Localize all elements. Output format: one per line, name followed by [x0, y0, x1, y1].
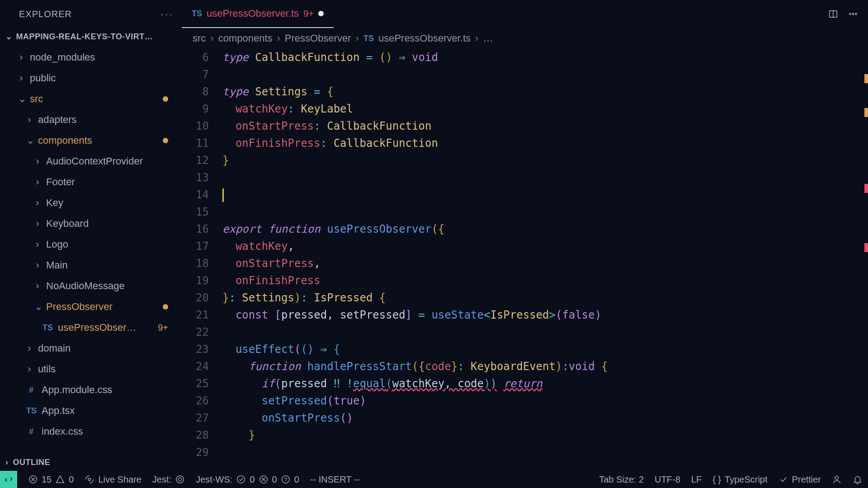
chevron-right-icon: › — [26, 343, 33, 354]
line-number: 15 — [182, 203, 209, 221]
tree-item-label: usePressObser… — [58, 322, 137, 333]
svg-point-2 — [849, 13, 851, 14]
svg-text:?: ? — [284, 477, 287, 483]
unsaved-dot-icon — [318, 11, 324, 16]
typescript-icon: TS — [42, 323, 52, 333]
tree-item[interactable]: ›domain — [0, 338, 182, 359]
tree-item[interactable]: TSusePressObser…9+ — [0, 317, 182, 338]
breadcrumb[interactable]: src › components › PressObserver › TS us… — [182, 28, 868, 49]
css-icon: # — [26, 427, 36, 436]
tree-item[interactable]: ›public — [0, 68, 182, 89]
encoding[interactable]: UTF-8 — [655, 474, 680, 485]
typescript-icon: TS — [192, 9, 202, 19]
tab-bar: TS usePressObserver.ts 9+ — [182, 0, 868, 28]
jest-status[interactable]: Jest: — [152, 474, 185, 485]
tree-item[interactable]: ›AudioContextProvider — [0, 151, 182, 172]
tree-item-label: App.tsx — [42, 405, 75, 417]
breadcrumb-part[interactable]: usePressObserver.ts — [378, 33, 471, 44]
tree-item[interactable]: ›adapters — [0, 109, 182, 130]
tree-item-label: src — [30, 93, 43, 105]
code-area[interactable]: 6789101112131415161718192021222324252627… — [182, 49, 868, 471]
chevron-down-icon: ⌄ — [34, 301, 41, 313]
jestws-status[interactable]: Jest-WS: 0 0 ? 0 — [196, 474, 299, 485]
tree-item[interactable]: ›Main — [0, 255, 182, 276]
feedback-icon[interactable] — [832, 474, 842, 484]
line-number: 21 — [182, 306, 209, 324]
code-content[interactable]: type CallbackFunction = () ⇒ void type S… — [222, 49, 868, 471]
problem-badge: 9+ — [158, 323, 168, 333]
tree-item-label: node_modules — [30, 52, 95, 63]
tree-item[interactable]: #App.module.css — [0, 380, 182, 400]
bell-icon[interactable] — [853, 474, 863, 484]
tree-item[interactable]: ›node_modules — [0, 47, 182, 68]
tree-item[interactable]: ⌄PressObserver — [0, 296, 182, 317]
line-number: 16 — [182, 221, 209, 238]
status-bar: 15 0 Live Share Jest: Jest-WS: 0 0 ? 0 -… — [0, 471, 868, 488]
tree-item[interactable]: ›Key — [0, 192, 182, 213]
line-number: 23 — [182, 341, 209, 358]
tree-item-label: AudioContextProvider — [46, 155, 143, 167]
line-number: 7 — [182, 66, 209, 83]
tree-item[interactable]: ›Logo — [0, 234, 182, 255]
language-mode[interactable]: { } TypeScript — [712, 474, 767, 485]
typescript-icon: TS — [26, 406, 36, 416]
line-number: 19 — [182, 272, 209, 289]
tree-item[interactable]: ›Keyboard — [0, 213, 182, 234]
editor-more-icon[interactable] — [848, 9, 858, 19]
tab-size[interactable]: Tab Size: 2 — [599, 474, 644, 485]
tree-item-label: domain — [38, 343, 71, 354]
chevron-right-icon: › — [34, 280, 41, 292]
line-number: 25 — [182, 375, 209, 392]
breadcrumb-part[interactable]: components — [218, 33, 273, 44]
tree-item[interactable]: ›NoAudioMessage — [0, 276, 182, 296]
tab-usepressobserver[interactable]: TS usePressObserver.ts 9+ — [182, 0, 334, 28]
project-header[interactable]: ⌄ MAPPING-REAL-KEYS-TO-VIRT… — [0, 28, 182, 47]
outline-label: OUTLINE — [13, 458, 51, 467]
breadcrumb-part[interactable]: PressObserver — [285, 33, 351, 44]
chevron-down-icon: ⌄ — [18, 93, 24, 105]
split-editor-icon[interactable] — [828, 9, 838, 19]
chevron-right-icon: › — [34, 239, 41, 250]
breadcrumb-part[interactable]: src — [193, 33, 206, 44]
eol[interactable]: LF — [691, 474, 702, 485]
tree-item-label: adapters — [38, 114, 77, 126]
line-number: 18 — [182, 255, 209, 272]
explorer-more-icon[interactable]: ··· — [160, 8, 174, 20]
tree-item[interactable]: TSApp.tsx — [0, 400, 182, 421]
chevron-right-icon: › — [277, 33, 280, 44]
tree-item[interactable]: ⌄src — [0, 89, 182, 109]
chevron-right-icon: › — [34, 259, 41, 271]
svg-point-9 — [176, 476, 184, 483]
jest-label: Jest: — [152, 474, 171, 485]
remote-icon[interactable] — [0, 471, 17, 488]
line-number: 27 — [182, 409, 209, 427]
tree-item-label: Key — [46, 197, 63, 209]
svg-point-3 — [852, 13, 854, 14]
tree-item[interactable]: ⌄components — [0, 130, 182, 151]
line-number: 11 — [182, 135, 209, 152]
warning-count: 0 — [69, 474, 74, 485]
tree-item[interactable]: ›Footer — [0, 172, 182, 192]
chevron-down-icon: ⌄ — [26, 135, 33, 146]
line-number: 9 — [182, 100, 209, 117]
tree-item-label: Main — [46, 259, 68, 271]
tree-item[interactable]: ›utils — [0, 359, 182, 380]
chevron-right-icon: › — [475, 33, 478, 44]
minimap[interactable] — [859, 49, 868, 471]
liveshare-status[interactable]: Live Share — [85, 474, 142, 485]
chevron-right-icon: › — [356, 33, 359, 44]
tab-problem-count: 9+ — [303, 9, 314, 19]
problems-status[interactable]: 15 0 — [28, 474, 74, 485]
css-icon: # — [26, 385, 36, 395]
line-number: 20 — [182, 289, 209, 306]
chevron-right-icon: › — [5, 458, 9, 467]
outline-section[interactable]: › OUTLINE — [0, 454, 182, 471]
error-count: 15 — [42, 474, 52, 485]
chevron-right-icon: › — [18, 72, 24, 84]
tree-item[interactable]: #index.css — [0, 421, 182, 442]
line-number: 13 — [182, 169, 209, 186]
line-number: 14 — [182, 186, 209, 203]
jestws-fail: 0 — [272, 474, 277, 485]
line-number: 26 — [182, 392, 209, 409]
prettier-status[interactable]: Prettier — [778, 474, 821, 485]
